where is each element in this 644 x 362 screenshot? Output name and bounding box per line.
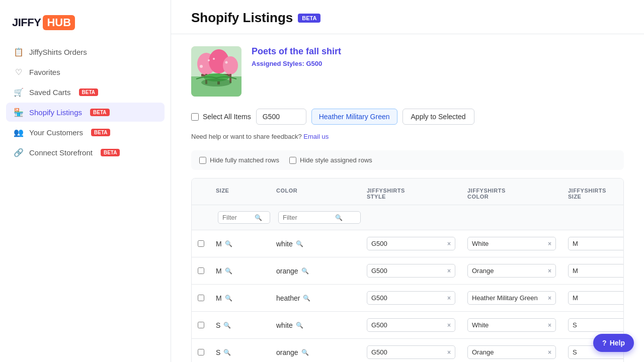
jcolor-tag-select[interactable]: Orange × bbox=[467, 264, 556, 278]
th-color: COLOR bbox=[270, 183, 361, 205]
hide-fully-matched-checkbox[interactable] bbox=[199, 157, 206, 164]
jcolor-tag-select[interactable]: White × bbox=[467, 318, 556, 332]
listings-table: SIZE COLOR JIFFYSHIRTSSTYLE JIFFYSHIRTSC… bbox=[191, 178, 624, 362]
help-button[interactable]: ? Help bbox=[593, 334, 634, 352]
size-value: M bbox=[216, 294, 222, 302]
sidebar-item-saved-carts[interactable]: 🛒 Saved Carts BETA bbox=[6, 82, 165, 102]
size-search-icon[interactable]: 🔍 bbox=[223, 349, 231, 356]
hide-fully-matched-filter[interactable]: Hide fully matched rows bbox=[199, 156, 279, 164]
apply-to-selected-button[interactable]: Apply to Selected bbox=[403, 109, 474, 125]
sidebar-item-jiffyshirts-orders[interactable]: 📋 JiffyShirts Orders bbox=[6, 42, 165, 61]
product-image bbox=[191, 46, 242, 97]
jsize-tag-select[interactable]: S × bbox=[568, 318, 624, 332]
table-header-labels: SIZE COLOR JIFFYSHIRTSSTYLE JIFFYSHIRTSC… bbox=[192, 178, 623, 205]
th-size-filter: 🔍 bbox=[214, 208, 274, 227]
style-remove-icon[interactable]: × bbox=[447, 267, 451, 275]
style-tag-select[interactable]: G500 × bbox=[367, 318, 455, 332]
svg-point-11 bbox=[213, 58, 215, 60]
row-size-cell: M 🔍 bbox=[210, 236, 270, 252]
row-jsize-cell: M × bbox=[562, 260, 624, 282]
table-row: M 🔍 orange 🔍 G500 × Orange × bbox=[192, 257, 623, 285]
size-value: S bbox=[216, 348, 220, 356]
row-checkbox[interactable] bbox=[198, 267, 204, 274]
size-search-icon[interactable]: 🔍 bbox=[225, 267, 232, 275]
row-checkbox[interactable] bbox=[198, 349, 204, 355]
feedback-text: Need help or want to share feedback? bbox=[191, 133, 302, 140]
color-search-icon[interactable]: 🔍 bbox=[296, 240, 303, 247]
page-header: Shopify Listings BETA bbox=[171, 0, 644, 34]
sidebar-item-label: JiffyShirts Orders bbox=[29, 48, 87, 56]
feedback-email-link[interactable]: Email us bbox=[303, 133, 329, 140]
jcolor-remove-icon[interactable]: × bbox=[548, 240, 551, 247]
jcolor-tag-select[interactable]: White × bbox=[467, 237, 556, 250]
style-tag-select[interactable]: G500 × bbox=[367, 237, 455, 250]
hide-assigned-filter[interactable]: Hide style assigned rows bbox=[289, 156, 372, 164]
jsize-tag-text: M bbox=[573, 294, 624, 302]
sidebar-item-label: Your Customers bbox=[29, 128, 83, 137]
beta-badge: BETA bbox=[101, 149, 120, 156]
style-remove-icon[interactable]: × bbox=[447, 322, 451, 329]
row-color-cell: orange 🔍 bbox=[270, 263, 361, 279]
color-search-icon[interactable]: 🔍 bbox=[296, 322, 303, 329]
style-tag-select[interactable]: G500 × bbox=[367, 264, 455, 278]
color-search-icon[interactable]: 🔍 bbox=[301, 349, 309, 356]
row-checkbox[interactable] bbox=[198, 322, 204, 328]
size-search-icon[interactable]: 🔍 bbox=[225, 295, 232, 302]
table-body: M 🔍 white 🔍 G500 × White × bbox=[192, 230, 623, 362]
style-tag-text: G500 bbox=[371, 294, 444, 302]
size-search-icon[interactable]: 🔍 bbox=[223, 322, 231, 329]
style-tag-text: G500 bbox=[371, 267, 444, 275]
row-color-cell: white 🔍 bbox=[270, 317, 361, 333]
jcolor-tag-select[interactable]: Orange × bbox=[467, 345, 556, 359]
jcolor-remove-icon[interactable]: × bbox=[548, 267, 551, 275]
help-icon: ? bbox=[602, 339, 607, 347]
orders-icon: 📋 bbox=[14, 47, 23, 56]
select-all-checkbox[interactable] bbox=[191, 113, 199, 121]
sidebar-item-shopify-listings[interactable]: 🏪 Shopify Listings BETA bbox=[6, 103, 165, 122]
size-search-icon: 🔍 bbox=[255, 214, 263, 221]
jsize-tag-select[interactable]: M × bbox=[568, 264, 624, 278]
style-remove-icon[interactable]: × bbox=[447, 349, 451, 356]
style-tag-select[interactable]: G500 × bbox=[367, 291, 455, 305]
sidebar-item-your-customers[interactable]: 👥 Your Customers BETA bbox=[6, 123, 165, 142]
jsize-tag-select[interactable]: M × bbox=[568, 237, 624, 250]
color-search-icon[interactable]: 🔍 bbox=[303, 295, 310, 302]
style-filter-input[interactable] bbox=[256, 109, 306, 125]
sidebar-item-connect-storefront[interactable]: 🔗 Connect Storefront BETA bbox=[6, 143, 165, 162]
style-remove-icon[interactable]: × bbox=[447, 240, 451, 247]
jsize-tag-select[interactable]: M × bbox=[568, 291, 624, 305]
jcolor-remove-icon[interactable]: × bbox=[548, 322, 551, 329]
row-size-cell: S 🔍 bbox=[210, 344, 270, 360]
row-checkbox-cell bbox=[192, 345, 210, 359]
table-row: S 🔍 white 🔍 G500 × White × bbox=[192, 312, 623, 339]
row-style-cell: G500 × bbox=[361, 314, 461, 336]
size-filter-input[interactable] bbox=[222, 214, 253, 221]
row-style-cell: G500 × bbox=[361, 287, 461, 309]
jcolor-tag-text: Heather Military Green bbox=[472, 294, 545, 302]
feedback-row: Need help or want to share feedback? Ema… bbox=[191, 133, 624, 140]
jcolor-remove-icon[interactable]: × bbox=[548, 295, 551, 302]
product-section: Poets of the fall shirt Assigned Styles:… bbox=[171, 34, 644, 362]
color-filter-input[interactable] bbox=[283, 214, 333, 221]
jsize-tag-text: S bbox=[573, 321, 624, 329]
store-icon: 🏪 bbox=[14, 108, 23, 117]
jcolor-tag-select[interactable]: Heather Military Green × bbox=[467, 291, 556, 305]
page-title: Shopify Listings BETA bbox=[191, 10, 624, 26]
sidebar-item-favorites[interactable]: ♡ Favorites bbox=[6, 62, 165, 81]
row-checkbox[interactable] bbox=[198, 295, 204, 301]
th-jcolor: JIFFYSHIRTSCOLOR bbox=[461, 183, 562, 205]
style-remove-icon[interactable]: × bbox=[447, 295, 451, 302]
row-checkbox[interactable] bbox=[198, 240, 204, 247]
row-color-cell: orange 🔍 bbox=[270, 344, 361, 360]
hide-assigned-checkbox[interactable] bbox=[289, 157, 296, 164]
svg-point-5 bbox=[223, 56, 238, 74]
jcolor-remove-icon[interactable]: × bbox=[548, 349, 551, 356]
color-search-icon[interactable]: 🔍 bbox=[301, 267, 309, 275]
heart-icon: ♡ bbox=[14, 67, 23, 76]
filter-row: Hide fully matched rows Hide style assig… bbox=[191, 150, 624, 170]
color-filter-button[interactable]: Heather Military Green bbox=[311, 109, 397, 125]
style-tag-text: G500 bbox=[371, 348, 444, 356]
style-tag-select[interactable]: G500 × bbox=[367, 345, 455, 359]
size-search-icon[interactable]: 🔍 bbox=[225, 240, 232, 247]
assigned-styles: Assigned Styles: G500 bbox=[252, 60, 341, 67]
